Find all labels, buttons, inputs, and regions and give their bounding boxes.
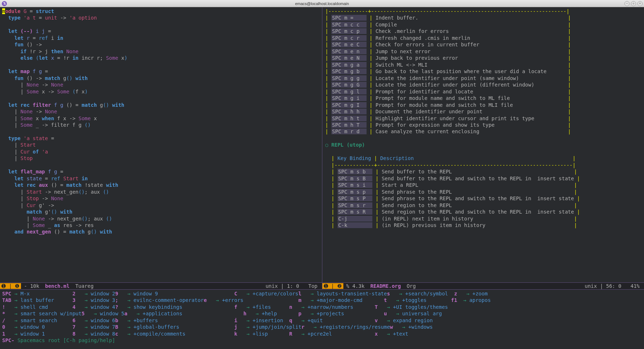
key-description: Send buffer to the REPL <box>382 169 571 174</box>
which-key-item[interactable]: 0 → window 0 <box>2 324 72 330</box>
minimize-button[interactable]: – <box>624 1 630 6</box>
which-key-item[interactable]: 5 → window 5 <box>81 310 124 317</box>
code-line[interactable]: and next_gen () = match g() with <box>2 228 320 235</box>
which-key-item[interactable]: SPC → M-x <box>2 290 72 297</box>
code-line[interactable]: | Some _ as res -> res <box>2 222 320 228</box>
code-line[interactable]: | Cur of 'a <box>2 148 320 155</box>
modeline-left[interactable]: ➊ | ❶ - 10k bench.ml Tuareg unix | 1: 0 … <box>0 282 322 290</box>
code-line[interactable]: | Some _ -> filter f g () <box>2 122 320 128</box>
modeline-right[interactable]: ➊ | ❷ % 4.3k README.org Org unix | 56: 0… <box>322 282 644 290</box>
code-line[interactable]: else (let x = !r in incr r; Some x) <box>2 55 320 61</box>
code-line[interactable] <box>2 21 320 28</box>
close-button[interactable]: × <box>637 1 643 6</box>
code-line[interactable]: type 'a state = <box>2 135 320 142</box>
which-key-item[interactable]: 6 → window 6 <box>72 317 115 324</box>
which-key-item[interactable]: 7 → window 7 <box>72 324 115 330</box>
key-binding: SPC m = <box>331 15 367 21</box>
which-key-item[interactable]: c → +compile/comments <box>115 331 201 337</box>
which-key-item[interactable]: e → +errors <box>204 297 243 303</box>
svg-point-0 <box>2 1 7 6</box>
code-line[interactable]: if !r > j then None <box>2 48 320 55</box>
code-line[interactable]: | Stop -> None <box>2 195 320 202</box>
code-line[interactable]: let (--) i j = <box>2 28 320 34</box>
key-binding: SPC m s b <box>338 169 373 174</box>
key-binding: SPC m s i <box>338 182 373 188</box>
code-line[interactable]: | Cur g' -> <box>2 202 320 209</box>
code-line[interactable]: fun () -> match g() with <box>2 75 320 81</box>
code-line[interactable]: let map f g = <box>2 68 320 75</box>
which-key-item[interactable]: w → +windows <box>390 324 457 330</box>
which-key-item[interactable]: h → +help <box>243 310 298 317</box>
keybinding-row: | SPC m h t | Highlight identifier under… <box>322 115 644 122</box>
which-key-item[interactable]: R → +pcre2el <box>289 331 375 337</box>
which-key-item[interactable]: / → smart search <box>2 317 72 324</box>
which-key-item[interactable]: s → +search/symbol <box>387 290 454 297</box>
code-line[interactable]: type 'a t = unit -> 'a option <box>2 14 320 21</box>
which-key-item[interactable]: 3 → window 3 <box>72 297 115 303</box>
code-line[interactable] <box>2 128 320 135</box>
code-editor[interactable]: module G = struct type 'a t = unit -> 'a… <box>0 7 322 236</box>
which-key-item[interactable]: f1 → apropos <box>451 297 491 303</box>
code-line[interactable]: let rec aux () = match !state with <box>2 182 320 188</box>
code-line[interactable]: | Start -> next_gen(); aux () <box>2 189 320 195</box>
which-key-item[interactable]: ; → evilnc-comment-operator <box>115 297 204 303</box>
which-key-item[interactable]: r → +registers/rings/resume <box>301 324 390 330</box>
code-line[interactable] <box>2 62 320 68</box>
maximize-button[interactable]: ◇ <box>631 1 636 6</box>
which-key-item[interactable]: q → +quit <box>289 317 375 324</box>
which-key-item[interactable]: l → layouts-transient-state <box>298 290 387 297</box>
which-key-item[interactable]: j → +jump/join/split <box>234 324 301 330</box>
which-key-item[interactable]: 1 → window 1 <box>2 331 72 337</box>
which-key-item[interactable]: * → smart search w/input <box>2 310 81 317</box>
which-key-item[interactable]: 4 → window 4 <box>72 304 115 310</box>
which-key-item[interactable]: x → +text <box>375 331 442 337</box>
keybinding-row: | SPC m h h | Document the identifier un… <box>322 108 644 115</box>
key-binding: SPC m s p <box>338 189 373 195</box>
which-key-item[interactable]: k → +lisp <box>234 331 289 337</box>
code-line[interactable]: match g'() with <box>2 209 320 215</box>
code-line[interactable]: let state = ref Start in <box>2 175 320 182</box>
which-key-item[interactable]: n → +narrow/numbers <box>289 304 375 310</box>
code-line[interactable]: module G = struct <box>2 8 320 14</box>
code-line[interactable]: | Stop <box>2 155 320 161</box>
which-key-item[interactable]: u → universal arg <box>384 310 451 317</box>
key-description: Jump back to previous error <box>376 55 565 61</box>
code-line[interactable]: let r = ref i in <box>2 35 320 41</box>
key-binding: SPC m s r <box>338 202 373 208</box>
which-key-item[interactable]: p → +projects <box>298 310 384 317</box>
code-line[interactable]: let rec filter f g () = match g() with <box>2 102 320 108</box>
which-key-item[interactable]: T → +UI toggles/themes <box>375 304 448 310</box>
code-line[interactable] <box>2 95 320 101</box>
left-pane[interactable]: module G = struct type 'a t = unit -> 'a… <box>0 7 322 290</box>
readme-viewer[interactable]: |-------------+-------------------------… <box>322 7 644 229</box>
keybinding-row: | SPC m g g | Locate the identifier unde… <box>322 75 644 81</box>
code-line[interactable]: fun () -> <box>2 41 320 48</box>
code-line[interactable]: | Some x -> Some (f x) <box>2 88 320 95</box>
which-key-item[interactable]: m → +major-mode-cmd <box>298 297 384 303</box>
which-key-footer: SPC- Spacemacs root [C-h paging/help] <box>2 337 642 344</box>
code-line[interactable] <box>2 162 320 168</box>
which-key-item[interactable]: v → expand region <box>375 317 442 324</box>
code-line[interactable]: | None -> next_gen(); aux () <box>2 215 320 222</box>
which-key-item[interactable]: z → +zoom <box>454 290 491 297</box>
which-key-item[interactable]: B → +global-buffers <box>115 324 201 330</box>
which-key-item[interactable]: ? → show keybindings <box>115 304 201 310</box>
which-key-item[interactable]: f → +files <box>234 304 289 310</box>
right-pane[interactable]: |-------------+-------------------------… <box>322 7 644 290</box>
key-binding: C-k <box>338 222 373 228</box>
which-key-item[interactable]: a → +applications <box>124 310 210 317</box>
code-line[interactable]: let flat_map f g = <box>2 168 320 175</box>
which-key-item[interactable]: 8 → window 8 <box>72 331 115 337</box>
code-line[interactable]: | Start <box>2 142 320 148</box>
which-key-item[interactable]: ! → shell cmd <box>2 304 72 310</box>
which-key-item[interactable]: TAB → last buffer <box>2 297 72 303</box>
which-key-item[interactable]: C → +capture/colors <box>234 290 298 297</box>
code-line[interactable]: | None -> None <box>2 81 320 88</box>
which-key-item[interactable]: 9 → window 9 <box>115 290 201 297</box>
code-line[interactable]: | Some x when f x -> Some x <box>2 115 320 122</box>
which-key-item[interactable]: t → +toggles <box>384 297 451 303</box>
code-line[interactable]: | None -> None <box>2 108 320 115</box>
which-key-item[interactable]: i → +insertion <box>234 317 289 324</box>
which-key-item[interactable]: 2 → window 2 <box>72 290 115 297</box>
which-key-item[interactable]: b → +buffers <box>115 317 201 324</box>
